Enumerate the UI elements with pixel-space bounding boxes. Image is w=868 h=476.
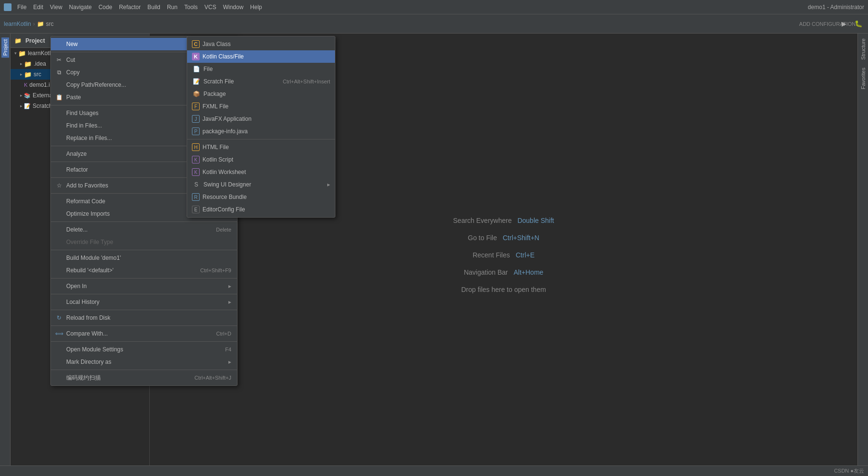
ctx-reload[interactable]: ↻ Reload from Disk [51, 312, 237, 324]
ctx-code-scan-label: 编码规约扫描 [66, 374, 101, 382]
sub-package[interactable]: 📦 Package [187, 88, 335, 100]
menu-code[interactable]: Code [95, 3, 115, 12]
sub-kotlin-class[interactable]: K Kotlin Class/File [187, 50, 335, 63]
debug-button[interactable]: 🐛 [853, 18, 864, 30]
ctx-reload-label: Reload from Disk [66, 314, 110, 321]
window-title: demo1 - Administrator [808, 4, 864, 11]
ctx-local-history-label: Local History [66, 299, 99, 305]
ctx-new-label: New [66, 41, 78, 47]
project-folder-icon: 📁 [14, 37, 22, 44]
menu-view[interactable]: View [47, 3, 65, 12]
add-config-button[interactable]: ADD CONFIGURATION... [824, 18, 835, 30]
sub-editorconfig-icon: E [192, 206, 200, 213]
hint-navbar: Navigation Bar Alt+Home [464, 268, 544, 276]
ctx-sep-8 [51, 250, 237, 250]
sub-file-label: File [203, 66, 213, 72]
ctx-sep-14 [51, 370, 237, 370]
ctx-reformat-icon [55, 197, 63, 206]
ctx-module-settings[interactable]: Open Module Settings F4 [51, 343, 237, 356]
ctx-rebuild-label: Rebuild '<default>' [66, 267, 114, 274]
ctx-delete[interactable]: Delete... Delete [51, 223, 237, 236]
menu-run[interactable]: Run [164, 3, 180, 12]
ctx-build-label: Build Module 'demo1' [66, 255, 121, 261]
ctx-open-in-arrow: ▸ [228, 283, 231, 290]
menu-file[interactable]: File [14, 3, 29, 12]
sub-file[interactable]: 📄 File [187, 63, 335, 75]
sub-java-class-label: Java Class [202, 41, 231, 47]
sub-package-label: Package [203, 91, 226, 97]
right-sidebar: Structure Favorites [857, 34, 868, 476]
ctx-module-settings-label: Open Module Settings [66, 346, 123, 353]
sub-editorconfig[interactable]: E EditorConfig File [187, 203, 335, 216]
project-title: Project [25, 37, 45, 44]
ctx-sep-13 [51, 341, 237, 342]
hint-search: Search Everywhere Double Shift [453, 217, 554, 224]
sub-file-icon: 📄 [192, 65, 201, 73]
sub-kotlin-worksheet-label: Kotlin Worksheet [202, 169, 246, 175]
ctx-code-scan[interactable]: 编码规约扫描 Ctrl+Alt+Shift+J [51, 372, 237, 384]
run-button[interactable]: ▶ [838, 18, 850, 30]
ctx-override-icon [55, 238, 63, 246]
sub-fxml-icon: F [192, 103, 200, 110]
sub-java-class[interactable]: C Java Class [187, 38, 335, 50]
sub-javafx-icon: J [192, 115, 200, 123]
sub-kotlin-worksheet[interactable]: K Kotlin Worksheet [187, 166, 335, 178]
breadcrumb-sep: › [33, 21, 35, 27]
favorites-tab[interactable]: Favorites [859, 65, 867, 92]
ctx-cut-label: Cut [66, 57, 75, 63]
sub-package-info-icon: P [192, 128, 200, 135]
ctx-replace-in-files-icon [55, 134, 63, 142]
menu-tools[interactable]: Tools [181, 3, 201, 12]
hint-goto-key: Ctrl+Shift+N [503, 234, 539, 242]
hint-drop: Drop files here to open them [461, 286, 546, 293]
breadcrumb: learnKotlin › 📁 src [4, 21, 54, 27]
menu-build[interactable]: Build [144, 3, 163, 12]
ctx-copy-path-label: Copy Path/Reference... [66, 81, 126, 88]
ctx-compare-icon: ⟺ [55, 329, 63, 338]
sub-swing-icon: S [192, 180, 201, 189]
app-icon [4, 3, 12, 11]
structure-tab[interactable]: Structure [859, 35, 867, 63]
submenu: C Java Class K Kotlin Class/File 📄 File … [187, 36, 335, 218]
tree-idea-label: .idea [34, 60, 46, 67]
ctx-local-history[interactable]: Local History ▸ [51, 296, 237, 308]
sub-swing-arrow: ▸ [327, 181, 330, 188]
ctx-compare-shortcut: Ctrl+D [216, 331, 231, 337]
sub-html-label: HTML File [202, 144, 229, 151]
ctx-optimize-icon [55, 209, 63, 218]
hint-goto-label: Go to File [468, 234, 497, 242]
menu-vcs[interactable]: VCS [202, 3, 219, 12]
ctx-compare-with[interactable]: ⟺ Compare With... Ctrl+D [51, 327, 237, 340]
ctx-analyze-label: Analyze [66, 151, 87, 157]
menu-navigate[interactable]: Navigate [66, 3, 95, 12]
sub-javafx[interactable]: J JavaFX Application [187, 113, 335, 125]
sub-fxml[interactable]: F FXML File [187, 100, 335, 113]
ctx-copy-label: Copy [66, 69, 80, 76]
sub-kotlin-script[interactable]: K Kotlin Script [187, 153, 335, 166]
ctx-rebuild[interactable]: Rebuild '<default>' Ctrl+Shift+F9 [51, 264, 237, 277]
ctx-open-in[interactable]: Open In ▸ [51, 280, 237, 292]
menu-window[interactable]: Window [220, 3, 247, 12]
ctx-mark-directory[interactable]: Mark Directory as ▸ [51, 356, 237, 368]
hint-navbar-key: Alt+Home [513, 268, 543, 276]
ctx-reload-icon: ↻ [55, 313, 63, 322]
menu-bar: File Edit View Navigate Code Refactor Bu… [14, 3, 265, 12]
hint-recent-label: Recent Files [473, 251, 510, 259]
ctx-delete-shortcut: Delete [216, 227, 231, 232]
sub-scratch-file[interactable]: 📝 Scratch File Ctrl+Alt+Shift+Insert [187, 75, 335, 88]
sub-swing-ui[interactable]: S Swing UI Designer ▸ [187, 178, 335, 191]
sub-html[interactable]: H HTML File [187, 141, 335, 153]
menu-edit[interactable]: Edit [30, 3, 46, 12]
sub-resource-bundle[interactable]: R Resource Bundle [187, 191, 335, 203]
menu-help[interactable]: Help [247, 3, 265, 12]
ctx-add-favorites-icon: ☆ [55, 181, 63, 190]
menu-refactor[interactable]: Refactor [116, 3, 143, 12]
ctx-local-history-arrow: ▸ [228, 299, 231, 305]
ctx-open-in-label: Open In [66, 283, 87, 290]
ctx-new-icon [55, 40, 63, 48]
sub-package-info[interactable]: P package-info.java [187, 125, 335, 138]
ctx-module-settings-icon [55, 345, 63, 354]
ctx-build-module[interactable]: Build Module 'demo1' [51, 252, 237, 264]
project-tab[interactable]: Project [1, 37, 9, 58]
ctx-cut-icon: ✂ [55, 56, 63, 64]
